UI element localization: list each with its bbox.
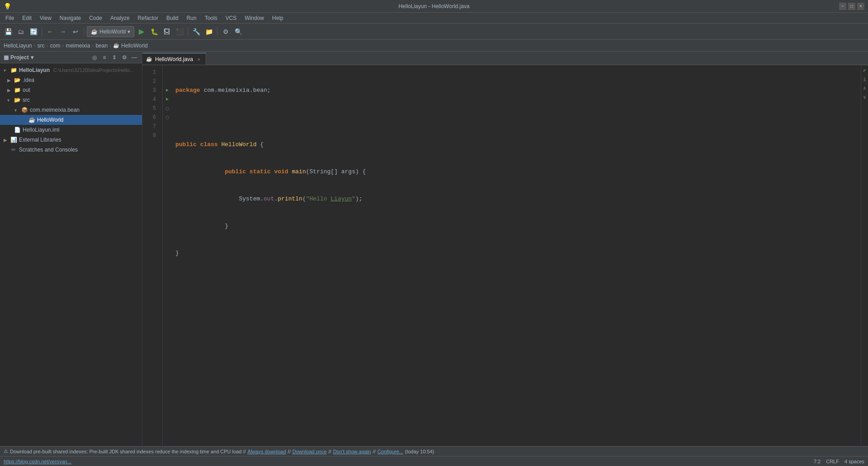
run-config-icon: ☕ [91,29,98,35]
code-line-2 [175,113,861,122]
toolbar-save-all-button[interactable]: 💾 [3,26,14,37]
run-config-dropdown[interactable]: ☕ HelloWorld ▾ [87,26,134,37]
toolbar-back-button[interactable]: ← [45,26,56,37]
indent-info[interactable]: 4 spaces [844,459,864,464]
menu-help[interactable]: Help [269,14,287,22]
tree-arrow-helloliayun: ▾ [4,68,8,73]
sidebar-settings-button[interactable]: ⚙ [120,53,128,62]
project-icon: 📁 [10,67,17,74]
tree-item-out[interactable]: ▶ 📁 out [0,85,142,95]
breadcrumb-meimeixia[interactable]: meimeixia [66,43,90,49]
menu-window[interactable]: Window [241,14,268,22]
tree-label-scratches: Scratches and Consoles [19,147,78,153]
tree-item-idea[interactable]: ▶ 📂 .idea [0,75,142,85]
menu-build[interactable]: Build [163,14,182,22]
run-button[interactable]: ▶ [136,26,147,37]
search-button[interactable]: 🔍 [233,26,244,37]
stop-button[interactable]: ⬛ [174,26,185,37]
line-num-5: 5 [142,104,159,113]
notification-sep-2: // [329,449,331,454]
blog-link[interactable]: https://blog.csdn.net/yeroyan... [4,459,71,464]
line-ending[interactable]: CRLF [826,459,839,464]
gutter-line-5 [163,104,172,113]
tab-close-button[interactable]: × [196,56,202,62]
code-line-6: } [175,222,861,231]
breadcrumb-bean[interactable]: bean [95,43,108,49]
sdk-button[interactable]: 🔧 [191,26,202,37]
code-editor[interactable]: 1 2 3 4 5 6 7 8 ▶ ▶ [142,65,868,446]
menu-analyze[interactable]: Analyze [107,14,133,22]
debug-dot-5 [165,107,169,110]
settings-button[interactable]: ⚙ [220,26,231,37]
toolbar-save-button[interactable]: 🗂 [15,26,26,37]
cursor-position[interactable]: 7:2 [814,459,821,464]
breadcrumb-sep-4: › [92,43,94,49]
minimize-button[interactable]: − [839,3,846,10]
check-status-icon[interactable]: ✔ [863,66,866,75]
breadcrumb-src[interactable]: src [38,43,45,49]
menu-run[interactable]: Run [183,14,200,22]
breadcrumb-helloliayun[interactable]: HelloLiayun [4,43,32,49]
notification-download-once[interactable]: Download once [292,449,327,454]
menu-view[interactable]: View [36,14,55,22]
tree-item-external-libraries[interactable]: ▶ 📊 External Libraries [0,135,142,145]
title-bar-controls: − □ × [839,3,864,10]
menu-code[interactable]: Code [85,14,106,22]
tree-item-src[interactable]: ▾ 📂 src [0,95,142,105]
menu-tools[interactable]: Tools [201,14,221,22]
notification-dont-show[interactable]: Don't show again [333,449,371,454]
check-down-arrow[interactable]: ∨ [863,93,866,102]
tree-label-com-meimeixia-bean: com.meimeixia.bean [30,107,80,113]
gutter-line-3: ▶ [163,86,172,95]
menu-refactor[interactable]: Refactor [134,14,162,22]
breadcrumb-helloworld[interactable]: HelloWorld [121,43,147,49]
sidebar-dropdown-arrow[interactable]: ▾ [31,54,33,61]
line-num-2: 2 [142,77,159,86]
toolbar-undo-button[interactable]: ↩ [70,26,81,37]
tree-item-helloworld[interactable]: ▶ ☕ HelloWorld [0,115,142,125]
tree-item-com-meimeixia-bean[interactable]: ▾ 📦 com.meimeixia.bean [0,105,142,115]
tree-label-out: out [23,87,30,93]
tree-item-helloliayun[interactable]: ▾ 📁 HelloLiayun C:\Users\32120\IdeaProje… [0,65,142,75]
maximize-button[interactable]: □ [848,3,855,10]
kw-class: class [200,140,218,149]
tree-item-helloliayun-iml[interactable]: ▶ 📄 HelloLiayun.iml [0,125,142,135]
menu-file[interactable]: File [2,14,18,22]
sidebar-layout-icon: ▦ [4,54,9,61]
tree-path-helloliayun: C:\Users\32120\IdeaProjects\Hello... [53,67,134,73]
kw-package: package [175,86,200,95]
java-icon-helloworld: ☕ [28,116,35,124]
check-up-arrow[interactable]: ∧ [863,84,866,93]
class-system: System [239,195,260,204]
check-count: 1 [863,75,866,84]
run-with-coverage-button[interactable]: ⛾ [161,26,172,37]
run-class-icon[interactable]: ▶ [166,86,169,95]
toolbar-sync-button[interactable]: 🔄 [28,26,39,37]
sidebar-collapse-button[interactable]: ≡ [100,53,108,62]
breadcrumb-com[interactable]: com [50,43,61,49]
run-main-icon[interactable]: ▶ [166,95,169,104]
title-bar-left: 💡 [4,3,11,10]
sidebar-locate-button[interactable]: ◎ [90,53,99,62]
sidebar-expand-button[interactable]: ⇕ [110,53,118,62]
code-content[interactable]: package com.meimeixia.bean; public class… [172,65,861,446]
run-config-label: HelloWorld [99,29,126,35]
notification-configure[interactable]: Configure... [377,449,403,454]
folder-icon-src: 📂 [14,96,21,104]
code-line-5: System.out.println("Hello Liayun"); [175,195,861,204]
gutter-line-7 [163,122,172,131]
notification-always-download[interactable]: Always download [248,449,286,454]
tree-label-external-libraries: External Libraries [19,137,61,143]
toolbar-forward-button[interactable]: → [57,26,68,37]
menu-vcs[interactable]: VCS [222,14,241,22]
debug-button[interactable]: 🐛 [149,26,160,37]
menu-navigate[interactable]: Navigate [56,14,85,22]
toolbar-separator-1 [42,27,42,36]
status-bar-left: https://blog.csdn.net/yeroyan... [4,459,71,464]
menu-edit[interactable]: Edit [19,14,35,22]
project-structure-button[interactable]: 📁 [203,26,214,37]
tab-helloworld-java[interactable]: ☕ HelloWorld.java × [142,53,206,65]
close-button[interactable]: × [857,3,864,10]
sidebar-hide-button[interactable]: — [130,53,138,62]
tree-item-scratches[interactable]: ▶ ✏ Scratches and Consoles [0,145,142,155]
